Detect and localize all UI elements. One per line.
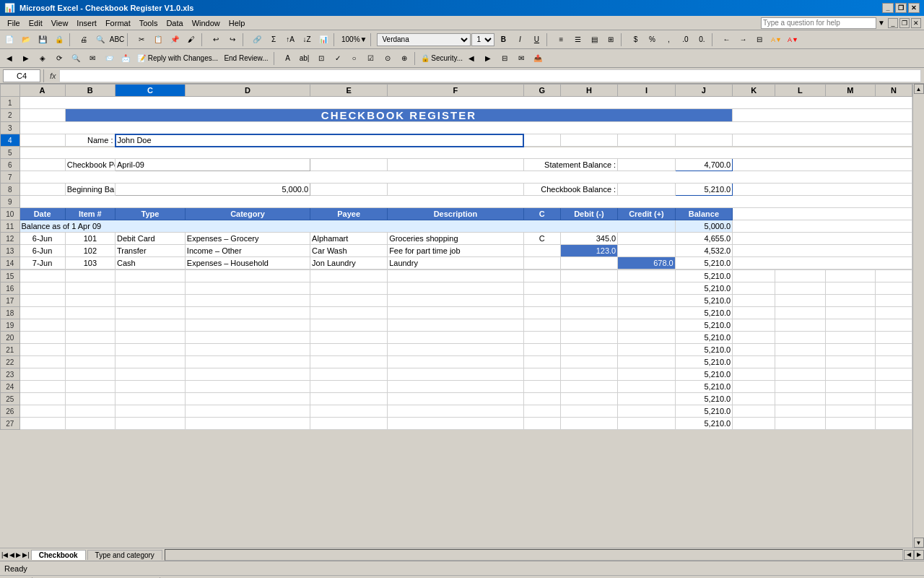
tb2-btn14[interactable]: ☑ [363, 51, 379, 66]
hyperlink-btn[interactable]: 🔗 [249, 32, 265, 48]
save-btn[interactable]: 💾 [35, 32, 51, 48]
r4h[interactable] [560, 134, 618, 147]
r15-c4[interactable] [310, 270, 388, 282]
r23-c0[interactable] [19, 368, 65, 381]
r12-type[interactable]: Debit Card [116, 233, 186, 245]
col-M[interactable]: M [825, 85, 875, 97]
r27-extra3[interactable] [875, 418, 912, 430]
r27-c6[interactable] [523, 418, 560, 430]
app-restore[interactable]: ❐ [899, 18, 910, 28]
r20-c8[interactable] [618, 332, 676, 344]
row5-cells[interactable] [19, 147, 912, 159]
close-btn[interactable]: ✕ [908, 3, 920, 13]
r2a[interactable] [19, 109, 65, 122]
minimize-btn[interactable]: _ [882, 3, 894, 13]
menu-window[interactable]: Window [188, 18, 225, 28]
r23-c2[interactable] [116, 368, 186, 381]
col-A[interactable]: A [19, 85, 65, 97]
r23-c4[interactable] [310, 368, 388, 381]
indent-inc[interactable]: → [735, 32, 751, 48]
r23-c5[interactable] [388, 368, 524, 381]
col-D[interactable]: D [185, 85, 310, 97]
r25-c3[interactable] [185, 393, 310, 405]
tb2-btn2[interactable]: ▶ [18, 51, 34, 66]
r19-c4[interactable] [310, 319, 388, 332]
col-C[interactable]: C [116, 85, 186, 97]
tb2-btn16[interactable]: ⊕ [396, 51, 412, 66]
r15-c5[interactable] [388, 270, 524, 282]
r20-extra3[interactable] [875, 332, 912, 344]
r25-c0[interactable] [19, 393, 65, 405]
r27-c7[interactable] [560, 418, 618, 430]
format-painter[interactable]: 🖌 [183, 32, 199, 48]
r26-c8[interactable] [618, 405, 676, 418]
r13-cat[interactable]: Income – Other [185, 245, 310, 257]
r23-extra3[interactable] [875, 368, 912, 381]
open-btn[interactable]: 📂 [18, 32, 34, 48]
r13-date[interactable]: 6-Jun [19, 245, 65, 257]
r24-c1[interactable] [65, 381, 115, 393]
r16-extra0[interactable] [733, 282, 775, 295]
r16-extra2[interactable] [825, 282, 875, 295]
tb2-btn17[interactable]: ◀ [463, 51, 479, 66]
r19-c8[interactable] [618, 319, 676, 332]
row7-cells[interactable] [19, 171, 912, 184]
r22-c7[interactable] [560, 356, 618, 368]
dec-dec-btn[interactable]: 0. [694, 32, 710, 48]
r18-extra0[interactable] [733, 307, 775, 319]
r20-c5[interactable] [388, 332, 524, 344]
menu-format[interactable]: Format [101, 18, 135, 28]
r22-c4[interactable] [310, 356, 388, 368]
chart-btn[interactable]: 📊 [315, 32, 331, 48]
tb2-btn18[interactable]: ▶ [480, 51, 496, 66]
r12-credit[interactable] [618, 233, 676, 245]
r13-payee[interactable]: Car Wash [310, 245, 388, 257]
r22-c3[interactable] [185, 356, 310, 368]
r8e[interactable] [310, 184, 388, 196]
r13-credit[interactable] [618, 245, 676, 257]
r20-c6[interactable] [523, 332, 560, 344]
r26-extra1[interactable] [775, 405, 825, 418]
spell-btn[interactable]: ABC [109, 32, 125, 48]
r19-c0[interactable] [19, 319, 65, 332]
r8kn[interactable] [733, 184, 912, 196]
underline-btn[interactable]: U [528, 32, 544, 48]
r8i[interactable] [618, 184, 676, 196]
align-left[interactable]: ≡ [553, 32, 569, 48]
r16-c5[interactable] [388, 282, 524, 295]
tb2-btn8[interactable]: 📩 [118, 51, 134, 66]
font-color[interactable]: A▼ [785, 32, 801, 48]
r20-extra2[interactable] [825, 332, 875, 344]
r26-c7[interactable] [560, 405, 618, 418]
r21-c8[interactable] [618, 344, 676, 356]
font-size-selector[interactable]: 10 [471, 33, 494, 46]
r22-extra3[interactable] [875, 356, 912, 368]
row3-cells[interactable] [19, 122, 912, 134]
r18-c5[interactable] [388, 307, 524, 319]
r26-c4[interactable] [310, 405, 388, 418]
r21-c2[interactable] [116, 344, 186, 356]
r13-debit[interactable]: 123.0 [560, 245, 618, 257]
r22-c1[interactable] [65, 356, 115, 368]
tb2-btn1[interactable]: ◀ [1, 51, 17, 66]
r19-c5[interactable] [388, 319, 524, 332]
r25-c8[interactable] [618, 393, 676, 405]
r22-extra1[interactable] [775, 356, 825, 368]
r15-extra2[interactable] [825, 270, 875, 282]
draw-shadow[interactable]: □ [184, 576, 200, 579]
currency-btn[interactable]: $ [627, 32, 643, 48]
r25-c4[interactable] [310, 393, 388, 405]
r25-extra3[interactable] [875, 393, 912, 405]
r18-c2[interactable] [116, 307, 186, 319]
menu-insert[interactable]: Insert [72, 18, 101, 28]
r23-extra0[interactable] [733, 368, 775, 381]
draw-dash[interactable]: - - [305, 576, 321, 579]
r14-item[interactable]: 103 [65, 257, 115, 269]
r18-c4[interactable] [310, 307, 388, 319]
r15-extra1[interactable] [775, 270, 825, 282]
r20-c7[interactable] [560, 332, 618, 344]
scroll-down-btn[interactable]: ▼ [914, 538, 924, 548]
r20-extra1[interactable] [775, 332, 825, 344]
row9-cells[interactable] [19, 196, 912, 208]
r15-c2[interactable] [116, 270, 186, 282]
